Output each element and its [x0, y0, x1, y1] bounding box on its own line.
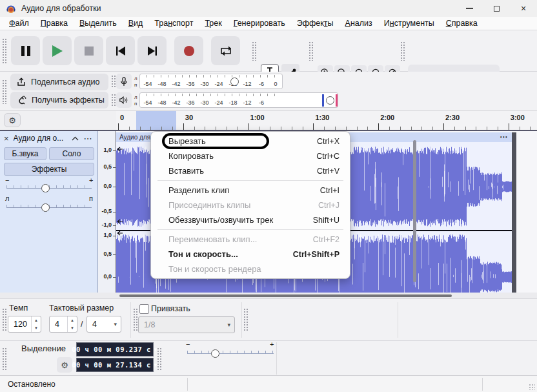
recording-meter[interactable]: л п -54-48-42-36-30-24-18-12-60 — [111, 73, 285, 91]
track-collapse-icon[interactable] — [72, 136, 79, 141]
play-button[interactable] — [43, 36, 72, 65]
stop-button[interactable] — [74, 36, 103, 65]
selection-start-display[interactable]: 00 ч 00 м 09.237 с ▼ — [76, 342, 154, 356]
track-close-icon[interactable]: × — [4, 134, 9, 143]
vertical-scale-tick — [113, 236, 116, 236]
meter-scale-label: -30 — [200, 99, 208, 106]
context-menu-item-mute-unmute-track[interactable]: Обеззвучить/озвучить трекShift+U — [151, 212, 350, 227]
menu-tracks[interactable]: Трек — [199, 17, 227, 29]
drag-handle[interactable] — [2, 308, 6, 331]
beats-spinner[interactable]: 4 ▲▼ — [49, 316, 77, 333]
minimize-button[interactable] — [456, 0, 483, 17]
menu-select[interactable]: Выделить — [74, 17, 123, 29]
channel-left-label: л — [134, 95, 137, 100]
vertical-scrollbar[interactable] — [413, 140, 416, 282]
playback-meter-bar[interactable]: -54-48-42-36-30-24-18-12-6 — [139, 92, 338, 108]
vertical-scale-label: -1,0 — [101, 222, 112, 228]
selection-end-display[interactable]: 00 ч 00 м 27.134 с ▼ — [76, 358, 154, 372]
timeline-options-button[interactable]: ⚙ — [4, 113, 21, 127]
menu-item-shortcut: Ctrl+V — [317, 167, 339, 176]
spin-up-icon[interactable]: ▲ — [32, 316, 41, 324]
beats-value[interactable]: 4 — [50, 316, 67, 332]
context-menu-item-pitch-speed[interactable]: Тон и скорость...Ctrl+Shift+P — [151, 247, 350, 262]
record-meter-button[interactable] — [116, 74, 132, 89]
track-control-panel[interactable]: × Аудио для о... ⋯ Б.звука Соло Эффекты … — [0, 131, 98, 293]
menu-transport[interactable]: Транспорт — [148, 17, 199, 29]
skip-to-start-button[interactable] — [106, 36, 135, 65]
effects-button[interactable]: Эффекты — [4, 163, 94, 176]
recording-meter-bar[interactable]: -54-48-42-36-30-24-18-12-60 — [139, 74, 283, 89]
snap-checkbox[interactable] — [139, 304, 149, 314]
get-effects-label: Получить эффекты — [32, 96, 105, 105]
drag-handle[interactable] — [2, 79, 6, 104]
menu-item-label: Тон и скорость рендера — [168, 264, 339, 274]
clip-menu-icon[interactable]: ⋯ — [500, 132, 507, 141]
drag-handle[interactable] — [400, 41, 405, 61]
note-value-select[interactable]: 4 ▾ — [86, 316, 121, 333]
speed-slider[interactable] — [187, 353, 274, 354]
drag-handle[interactable] — [309, 41, 313, 61]
pause-button[interactable] — [11, 36, 40, 65]
timeline-ruler[interactable]: 0301:001:302:002:303:00 — [116, 111, 537, 130]
menu-effects[interactable]: Эффекты — [291, 17, 339, 29]
playback-volume-thumb[interactable] — [326, 96, 334, 105]
meter-scale-label: -36 — [186, 99, 194, 106]
solo-button[interactable]: Соло — [49, 147, 94, 160]
context-menu-item-split-clip[interactable]: Разделить клипCtrl+I — [151, 183, 350, 198]
drag-handle[interactable] — [252, 41, 256, 61]
vertical-scale-label: 0,0 — [103, 183, 112, 189]
drag-handle[interactable] — [133, 308, 137, 331]
snap-interval-select[interactable]: 1/8 ▾ — [138, 316, 235, 333]
menu-file[interactable]: Файл — [3, 17, 35, 29]
menu-view[interactable]: Вид — [123, 17, 149, 29]
menu-analyze[interactable]: Анализ — [339, 17, 378, 29]
loop-button[interactable] — [211, 36, 240, 65]
horizontal-scrollbar-thumb[interactable] — [119, 294, 452, 297]
context-menu-item-copy[interactable]: КопироватьCtrl+C — [151, 149, 350, 163]
close-button[interactable]: × — [510, 0, 537, 17]
loop-icon — [219, 45, 232, 57]
drag-handle[interactable] — [111, 75, 116, 88]
menu-help[interactable]: Справка — [440, 17, 483, 29]
get-effects-button[interactable]: Получить эффекты — [10, 92, 108, 108]
resize-grip[interactable] — [529, 384, 535, 390]
tempo-value[interactable]: 120 — [8, 316, 31, 332]
gain-slider-thumb[interactable] — [41, 184, 50, 192]
drag-handle[interactable] — [243, 308, 248, 331]
menu-bar: ФайлПравкаВыделитьВидТранспортТрекГенери… — [0, 17, 537, 30]
drag-handle[interactable] — [111, 94, 116, 107]
record-button[interactable] — [174, 36, 203, 65]
note-value: 4 — [92, 320, 97, 329]
vertical-scale-label: 1,0 — [103, 147, 112, 153]
tempo-spinner[interactable]: 120 ▲▼ — [8, 316, 41, 333]
speed-slider-thumb[interactable] — [211, 349, 219, 358]
recording-volume-thumb[interactable] — [230, 77, 239, 86]
meter-scale-label: -48 — [157, 81, 166, 87]
track-name[interactable]: Аудио для о... — [14, 134, 70, 143]
menu-tools[interactable]: Инструменты — [378, 17, 440, 29]
skip-to-end-button[interactable] — [137, 36, 167, 65]
menu-generate[interactable]: Генерировать — [228, 17, 291, 29]
vertical-scale-tick — [113, 150, 116, 151]
drag-handle[interactable] — [2, 347, 6, 371]
spin-up-icon[interactable]: ▲ — [68, 316, 77, 324]
context-menu-item-paste[interactable]: ВставитьCtrl+V — [151, 163, 350, 178]
spin-down-icon[interactable]: ▼ — [32, 324, 41, 332]
playback-meter[interactable]: л п -54-48-42-36-30-24-18-12-6 — [111, 92, 341, 110]
maximize-button[interactable] — [483, 0, 510, 17]
selection-label: Выделение — [21, 344, 66, 353]
speed-minus-label: − — [186, 340, 190, 348]
context-menu-item-cut[interactable]: ВырезатьCtrl+X — [151, 134, 350, 149]
track-menu-icon[interactable]: ⋯ — [84, 134, 92, 143]
spin-down-icon[interactable]: ▼ — [68, 324, 77, 332]
vertical-scale-label: 0,0 — [103, 273, 112, 280]
playback-meter-button[interactable] — [116, 92, 132, 108]
vertical-scale-tick — [113, 225, 116, 226]
drag-handle[interactable] — [157, 347, 161, 371]
drag-handle[interactable] — [2, 38, 6, 64]
share-audio-button[interactable]: Поделиться аудио — [10, 74, 108, 90]
mute-button[interactable]: Б.звука — [4, 147, 46, 160]
selection-options-button[interactable]: ⚙ — [57, 357, 72, 373]
pan-slider-thumb[interactable] — [41, 203, 50, 212]
menu-edit[interactable]: Правка — [35, 17, 74, 29]
